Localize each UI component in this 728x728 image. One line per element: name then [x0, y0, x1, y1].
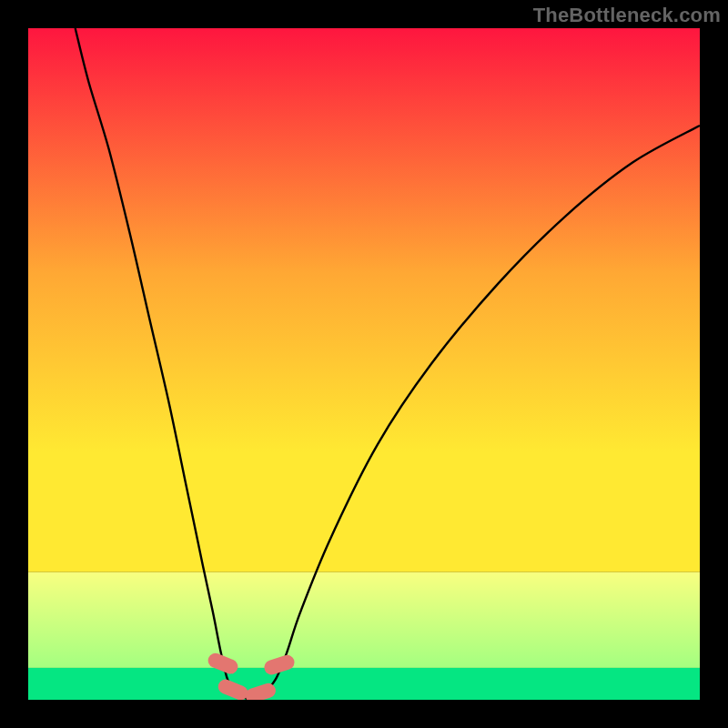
good-band [28, 572, 700, 668]
chart-svg [28, 28, 700, 700]
heat-gradient [28, 28, 700, 572]
plot-area [28, 28, 700, 700]
chart-frame [28, 28, 700, 700]
bottom-strip [28, 668, 700, 700]
attribution-label: TheBottleneck.com [533, 4, 721, 27]
